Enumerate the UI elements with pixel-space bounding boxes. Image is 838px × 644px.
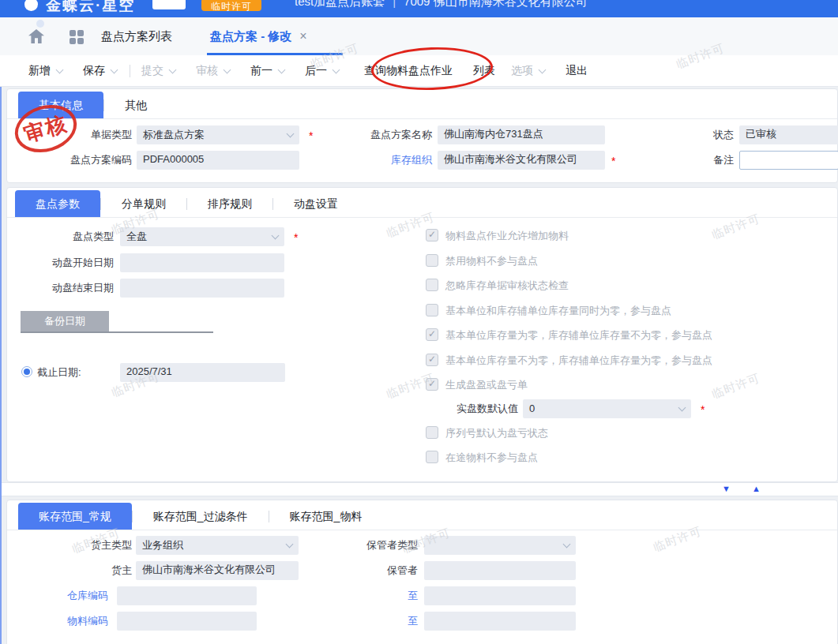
move-start-date-label: 动盘开始日期 [7,253,114,272]
toolbar-button-add[interactable]: 新增 [28,64,62,78]
home-icon[interactable] [28,29,44,43]
count-type-value: 全盘 [126,228,147,245]
toolbar-divider [130,65,130,77]
checkbox-label: 在途物料不参与盘点 [445,451,538,465]
tab-counting-params[interactable]: 盘点参数 [15,190,100,217]
toolbar-button-options[interactable]: 选项 [511,64,545,78]
owner-type-select[interactable]: 业务组织 [136,536,299,555]
required-asterisk: * [701,399,705,418]
toolbar-button-query-material-counting[interactable]: 查询物料盘点作业 [364,64,453,78]
tab-label: 账存范围_物料 [290,510,363,522]
checkbox-label: 忽略库存单据审核状态检查 [445,279,569,293]
warehouse-code-to-link-label[interactable]: 至 [307,586,418,605]
move-end-date-input[interactable] [120,279,284,298]
deadline-radio[interactable] [21,366,32,377]
app-logo: 金蝶云·星空 [46,0,135,16]
plan-code-value: PDFA000005 [143,153,204,165]
scope-tabs: 账存范围_常规 账存范围_过滤条件 账存范围_物料 [7,500,837,530]
warehouse-code-from-input[interactable] [117,586,257,605]
toolbar-button-audit[interactable]: 审核 [196,64,230,78]
plan-code-label: 盘点方案编码 [7,151,132,170]
material-code-to-input[interactable] [424,612,576,631]
backup-date-label: 备份日期 [44,315,85,327]
close-icon[interactable]: × [299,29,306,43]
checkbox-generate-gain-loss-doc[interactable] [426,378,438,391]
apps-grid-icon[interactable] [70,30,84,44]
keeper-type-select[interactable] [424,536,576,555]
counting-params-panel: 盘点参数 分单规则 排序规则 动盘设置 盘点类型 全盘 * 动盘开始日期 动盘结… [6,187,838,482]
default-qty-value: 0 [529,400,535,417]
tab-basic-info[interactable]: 基本信息 [18,92,103,118]
logo-dot-small-icon [36,20,44,28]
checkbox-label: 禁用物料不参与盘点 [445,254,538,268]
left-accent-line [0,87,2,644]
material-code-from-input[interactable] [117,612,257,631]
tab-sort-rules[interactable]: 排序规则 [187,190,272,217]
tab-label: 其他 [125,99,147,111]
toolbar-button-list[interactable]: 列表 [473,64,495,78]
checkbox-base-nonzero-aux-zero[interactable] [426,354,438,366]
deadline-date-input[interactable]: 2025/7/31 [120,363,285,382]
deadline-date-value: 2025/7/31 [126,365,172,377]
checkbox-label: 序列号默认为盘亏状态 [445,426,548,440]
collapse-up-icon[interactable]: ▲ [752,484,761,493]
tab-split-rules[interactable]: 分单规则 [101,190,186,217]
backup-date-button[interactable]: 备份日期 [21,311,109,331]
tab-plan-edit[interactable]: 盘点方案 - 修改× [210,17,335,55]
toolbar-button-next[interactable]: 后一 [305,64,339,78]
collapse-bar: ▼ ▲ [2,482,838,496]
plan-name-label: 盘点方案名称 [347,125,432,144]
toolbar-button-exit[interactable]: 退出 [566,64,588,78]
count-type-select[interactable]: 全盘 [120,227,284,246]
toolbar-button-previous[interactable]: 前一 [250,64,284,78]
toolbar-button-submit[interactable]: 提交 [141,64,175,78]
basic-info-panel: 基本信息 其他 单据类型 标准盘点方案 * 盘点方案名称 佛山南海内仓731盘点… [6,88,838,183]
checkbox-label: 基本单位库存量为零，库存辅单位库存量不为零，参与盘点 [445,328,712,343]
move-start-date-input[interactable] [120,253,284,272]
warehouse-code-to-input[interactable] [424,586,576,605]
doc-type-value: 标准盘点方案 [143,126,205,144]
collapse-down-icon[interactable]: ▼ [722,484,731,493]
remark-input[interactable] [739,151,838,170]
warehouse-code-link-label[interactable]: 仓库编码 [7,586,108,605]
chevron-down-icon [333,66,340,73]
tab-scope-general[interactable]: 账存范围_常规 [18,503,132,530]
checkbox-allow-add-material[interactable] [426,229,438,242]
checkbox-ignore-audit-status[interactable] [426,279,438,291]
plan-name-value: 佛山南海内仓731盘点 [444,128,543,140]
button-label: 前一 [250,64,272,78]
owner-input[interactable]: 佛山市南海米谷文化有限公司 [136,561,299,580]
checkbox-base-zero-aux-nonzero[interactable] [426,328,438,341]
checkbox-both-zero-included[interactable] [426,304,438,316]
toolbar-button-save[interactable]: 保存 [83,64,117,78]
tab-label: 账存范围_常规 [39,510,111,522]
checkbox-label: 基本单位和库存辅单位库存量同时为零，参与盘点 [445,304,671,318]
tab-dynamic-counting[interactable]: 动盘设置 [273,190,359,217]
plan-name-input[interactable]: 佛山南海内仓731盘点 [438,125,605,144]
button-label: 审核 [196,64,218,78]
default-qty-label: 实盘数默认值 [438,399,518,418]
button-label: 查询物料盘点作业 [364,64,453,78]
checkbox-disabled-material-excluded[interactable] [426,254,438,267]
tab-plan-list[interactable]: 盘点方案列表 [101,17,172,55]
material-code-to-link-label[interactable]: 至 [307,612,418,631]
move-end-date-label: 动盘结束日期 [7,279,114,298]
inventory-org-link-label[interactable]: 库存组织 [347,151,432,170]
checkbox-in-transit-excluded[interactable] [426,451,438,463]
tab-other[interactable]: 其他 [104,92,167,118]
chevron-down-icon [563,540,571,548]
inventory-org-input[interactable]: 佛山市南海米谷文化有限公司 [438,151,605,170]
logo-dot-icon [24,0,38,11]
plan-code-input[interactable]: PDFA000005 [137,151,299,170]
doc-type-select[interactable]: 标准盘点方案 [137,125,299,144]
checkbox-serial-default-loss[interactable] [426,426,438,439]
license-button[interactable]: 临时许可 [201,0,261,11]
remark-label: 备注 [678,151,734,170]
material-code-link-label[interactable]: 物料编码 [7,612,108,631]
tab-scope-material[interactable]: 账存范围_物料 [269,503,383,530]
separator: | [393,0,396,8]
tab-scope-filter[interactable]: 账存范围_过滤条件 [133,503,269,530]
default-qty-select[interactable]: 0 [523,399,691,418]
inventory-org-value: 佛山市南海米谷文化有限公司 [444,153,577,165]
keeper-input[interactable] [424,561,576,580]
